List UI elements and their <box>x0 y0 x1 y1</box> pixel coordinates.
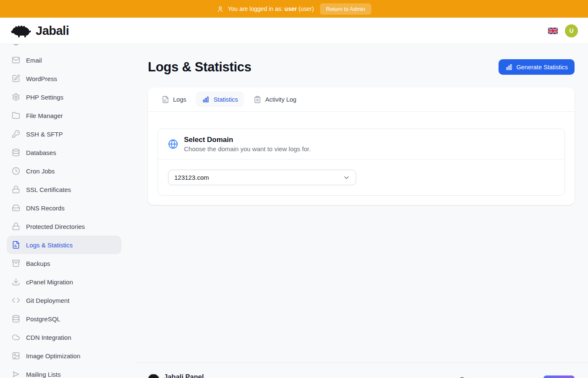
header-actions: U <box>548 24 578 37</box>
sidebar-item-label: cPanel Migration <box>26 278 73 286</box>
page-title: Logs & Statistics <box>148 60 251 75</box>
tab-statistics[interactable]: Statistics <box>196 92 244 107</box>
edit-icon <box>12 74 20 83</box>
app-shell: Email WordPress PHP Settings File Manage… <box>0 44 588 378</box>
tab-bar: Logs Statistics Activity Log <box>148 87 575 112</box>
sidebar-item-cdn-integration[interactable]: CDN Integration <box>7 328 121 346</box>
impersonation-bar: You are logged in as: user (user) Return… <box>0 0 588 18</box>
jabali-boar-logo-icon <box>10 23 32 38</box>
lock-icon <box>12 185 20 194</box>
clock-icon <box>12 167 20 175</box>
domain-select[interactable]: 123123.com <box>168 170 356 185</box>
select-domain-header: Select Domain Choose the domain you want… <box>158 129 564 160</box>
sidebar-item-postgresql[interactable]: PostgreSQL <box>7 310 121 328</box>
person-icon <box>217 5 224 13</box>
sidebar-item-cpanel-migration[interactable]: cPanel Migration <box>7 273 121 291</box>
sidebar-item-email[interactable]: Email <box>7 51 121 69</box>
tab-label: Activity Log <box>265 96 296 103</box>
version-badge: v2.0-rc42 <box>543 375 575 378</box>
database-icon <box>12 315 20 323</box>
user-avatar[interactable]: U <box>565 24 578 37</box>
page-header: Logs & Statistics Generate Statistics <box>148 59 575 75</box>
sidebar-item-label: Mailing Lists <box>26 371 61 378</box>
sidebar-item-ssh-sftp[interactable]: SSH & SFTP <box>7 125 121 143</box>
domain-select-value: 123123.com <box>174 174 209 181</box>
statistics-panel: Select Domain Choose the domain you want… <box>148 112 575 205</box>
logged-in-role: (user) <box>299 5 314 12</box>
sidebar-item-label: Image Optimization <box>26 352 80 360</box>
bar-chart-icon <box>202 96 210 103</box>
tab-logs[interactable]: Logs <box>155 92 192 107</box>
logged-in-message: You are logged in as: user (user) <box>217 5 314 13</box>
sidebar-item-label: Cron Jobs <box>26 168 55 175</box>
sidebar-item-label: CDN Integration <box>26 334 71 341</box>
clipboard-icon <box>254 96 261 103</box>
server-icon <box>12 204 20 212</box>
file-text-icon <box>12 241 20 249</box>
bar-chart-icon <box>505 63 513 71</box>
return-to-admin-button[interactable]: Return to Admin <box>320 3 371 15</box>
sidebar-item-label: SSH & SFTP <box>26 131 63 138</box>
sidebar-item-backups[interactable]: Backups <box>7 254 121 273</box>
footer-brand-group: Jabali Panel <box>148 371 204 378</box>
sidebar-item-php-settings[interactable]: PHP Settings <box>7 88 121 106</box>
sidebar-item-mailing-lists[interactable]: Mailing Lists <box>7 365 121 378</box>
sidebar-item-image-optimization[interactable]: Image Optimization <box>7 346 121 365</box>
key-icon <box>12 130 20 138</box>
cloud-icon <box>12 333 20 341</box>
folder-icon <box>12 111 20 120</box>
sidebar-item-label: Backups <box>26 260 50 267</box>
lock-icon <box>12 222 20 231</box>
brand-title: Jabali <box>36 24 69 38</box>
sidebar-item-cron-jobs[interactable]: Cron Jobs <box>7 162 121 180</box>
sidebar-item-label: PHP Settings <box>26 94 63 101</box>
language-uk-flag-icon[interactable] <box>548 28 558 34</box>
sidebar-item-dns-records[interactable]: DNS Records <box>7 199 121 217</box>
sidebar: Email WordPress PHP Settings File Manage… <box>0 44 134 378</box>
download-icon <box>12 278 20 286</box>
sidebar-item-label: WordPress <box>26 75 57 82</box>
file-text-icon <box>162 96 169 103</box>
mail-icon <box>12 56 20 64</box>
sidebar-item-file-manager[interactable]: File Manager <box>7 106 121 125</box>
footer-brand-title: Jabali Panel <box>164 373 204 378</box>
select-domain-card: Select Domain Choose the domain you want… <box>158 129 565 196</box>
image-icon <box>12 352 20 360</box>
sidebar-nav: Email WordPress PHP Settings File Manage… <box>7 44 121 378</box>
code-icon <box>12 296 20 304</box>
sidebar-item-wordpress[interactable]: WordPress <box>7 69 121 88</box>
gear-icon <box>12 93 20 101</box>
globe-icon <box>168 139 178 149</box>
brand-link[interactable]: Jabali <box>10 23 69 38</box>
sidebar-item-label: DNS Records <box>26 205 65 212</box>
select-domain-body: 123123.com <box>158 160 564 195</box>
sidebar-item-label: Logs & Statistics <box>26 242 73 249</box>
footer: Jabali Panel GitHub • © 2026 Jabali v2.0… <box>134 362 588 378</box>
sidebar-item-partial[interactable] <box>7 44 121 51</box>
globe-icon <box>12 44 20 46</box>
sidebar-item-label: Git Deployment <box>26 297 69 304</box>
sidebar-item-protected-directories[interactable]: Protected Directories <box>7 217 121 236</box>
chevron-down-icon <box>343 174 350 181</box>
generate-statistics-label: Generate Statistics <box>517 64 568 71</box>
sidebar-item-git-deployment[interactable]: Git Deployment <box>7 291 121 310</box>
sidebar-item-label: Protected Directories <box>26 223 85 230</box>
select-domain-description: Choose the domain you want to view logs … <box>184 145 311 152</box>
sidebar-item-label: File Manager <box>26 112 63 119</box>
sidebar-item-label: Databases <box>26 149 56 156</box>
database-icon <box>12 148 20 157</box>
select-domain-title: Select Domain <box>184 136 311 144</box>
tab-activity-log[interactable]: Activity Log <box>247 92 302 107</box>
sidebar-item-logs-statistics[interactable]: Logs & Statistics <box>7 236 121 254</box>
sidebar-item-label: PostgreSQL <box>26 315 60 323</box>
tab-label: Logs <box>173 96 186 103</box>
logged-in-prefix: You are logged in as: <box>228 5 283 12</box>
main-content: Logs & Statistics Generate Statistics Lo… <box>134 44 588 378</box>
footer-meta: GitHub • © 2026 Jabali v2.0-rc42 <box>459 373 575 378</box>
logged-in-username: user <box>284 5 297 12</box>
sidebar-item-databases[interactable]: Databases <box>7 143 121 162</box>
tab-label: Statistics <box>213 96 238 103</box>
generate-statistics-button[interactable]: Generate Statistics <box>499 59 575 75</box>
archive-icon <box>12 259 20 268</box>
sidebar-item-ssl-certificates[interactable]: SSL Certificates <box>7 180 121 199</box>
